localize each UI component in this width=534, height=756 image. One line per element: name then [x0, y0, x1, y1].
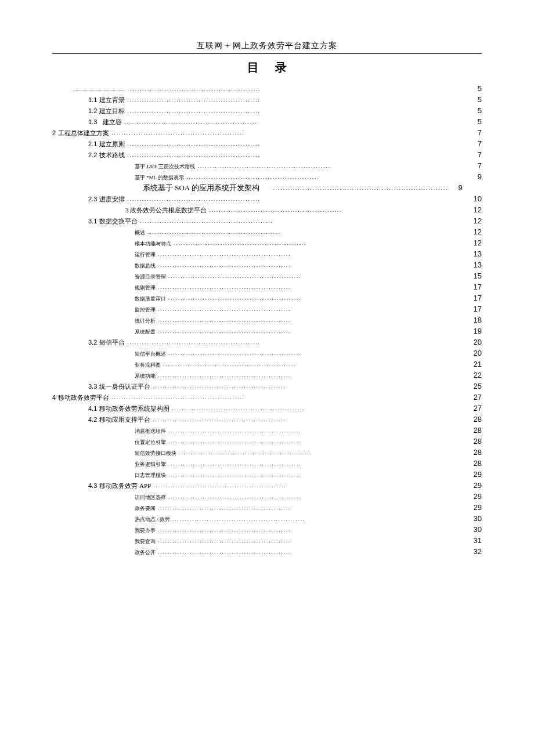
toc-entry-number: 4.2: [88, 416, 97, 423]
toc-entry-number: 3.2: [88, 339, 97, 346]
toc-row: 消息推送组件..................................…: [52, 426, 482, 434]
toc-leader-dots: ........................................…: [127, 142, 261, 147]
toc-entry-text: 政务公开: [135, 549, 156, 555]
toc-page-number: 5: [467, 107, 482, 114]
toc-row: 业务逻辑引擎..................................…: [52, 460, 482, 467]
toc-entry-label: 监控管理: [52, 308, 158, 313]
toc-row: 4.1移动政务效劳系统架构图..........................…: [52, 404, 482, 412]
toc-entry-text: 消息推送组件: [135, 428, 166, 434]
toc-row: 2工程总体建立方案...............................…: [52, 129, 482, 136]
toc-leader-dots: ........................................…: [158, 505, 291, 511]
toc-entry-label: 1.3建立容: [52, 119, 124, 125]
toc-leader-dots: ........................................…: [158, 527, 291, 533]
toc-leader-dots: ........................................…: [127, 340, 261, 345]
toc-page-number: 13: [467, 261, 482, 269]
toc-page-number: 29: [467, 504, 482, 511]
toc-entry-label: 基于 *ML 的数据表示: [52, 175, 186, 180]
toc-entry-number: 1.3: [88, 118, 97, 125]
toc-leader-dots: ........................................…: [168, 351, 302, 356]
toc-page-number: 12: [467, 228, 482, 236]
toc-entry-label: 规则管理: [52, 285, 158, 291]
toc-entry-text: 根本功能与特点: [135, 241, 171, 247]
toc-row: 基于 J2EE 三层次技术路线.........................…: [52, 162, 482, 169]
toc-entry-label: 热点动态 / 效劳: [52, 517, 172, 522]
toc-row: 数据总线....................................…: [52, 261, 482, 269]
toc-entry-label: 根本功能与特点: [52, 241, 174, 247]
toc-row: 1.2建立目标.................................…: [52, 107, 482, 114]
toc-entry-text: 日志管理模块: [135, 472, 166, 478]
toc-entry-text: 移动政务效劳系统架构图: [99, 405, 169, 412]
toc-page-number: 20: [467, 349, 482, 357]
toc-page-number: 5: [467, 85, 482, 92]
toc-entry-text: 3 政务效劳公共根底数据平台: [125, 207, 207, 214]
toc-row: 系统基于 SOA 的应用系统开发架构......................…: [52, 184, 482, 191]
toc-entry-label: 我要查询: [52, 539, 158, 544]
toc-entry-text: 位置定位引擎: [135, 439, 166, 445]
toc-row: 1.1建立背景.................................…: [52, 96, 482, 103]
toc-page-number: 7: [467, 151, 482, 158]
toc-row: 根本功能与特点.................................…: [52, 239, 482, 247]
toc-leader-dots: ........................................…: [168, 461, 302, 466]
toc-entry-label: 4.2移动应用支撑平台: [52, 417, 153, 423]
toc-entry-text: 移动政务效劳 APP: [99, 482, 151, 489]
toc-page-number: 28: [467, 415, 482, 423]
toc-leader-dots: ........................................…: [158, 307, 291, 312]
toc-leader-dots: ........................................…: [168, 472, 302, 478]
toc-entry-text: 移动政务效劳平台: [58, 394, 109, 401]
toc-leader-dots: ........................................…: [111, 131, 245, 136]
toc-row: 资源目录管理..................................…: [52, 272, 482, 280]
toc-entry-label: 短信平台概述: [52, 352, 168, 357]
toc-leader-dots: ........................................…: [168, 274, 302, 279]
toc-row: 业务流程图...................................…: [52, 360, 482, 368]
toc-entry-text: 进度安排: [99, 196, 125, 202]
toc-leader-dots: ........................................…: [158, 549, 291, 555]
toc-entry-label: 消息推送组件: [52, 429, 168, 434]
toc-entry-text: 移动应用支撑平台: [99, 416, 150, 423]
toc-leader-dots: ........................................…: [209, 208, 342, 213]
toc-entry-text: 数据质量审计: [135, 296, 166, 302]
toc-page-number: 27: [467, 404, 482, 412]
toc-entry-text: 业务流程图: [135, 362, 161, 368]
toc-entry-label: 1.1建立背景: [52, 97, 127, 103]
toc-entry-label: 4.1移动政务效劳系统架构图: [52, 406, 172, 412]
toc-entry-number: 2: [52, 129, 56, 136]
toc-entry-label: 3 政务效劳公共根底数据平台: [52, 207, 209, 214]
toc-leader-dots: ........................................…: [158, 373, 291, 378]
toc-entry-label: 2工程总体建立方案: [52, 130, 111, 136]
toc-entry-number: 4.1: [88, 405, 97, 412]
toc-entry-number: 3.3: [88, 383, 97, 390]
toc-entry-number: 4.3: [88, 482, 97, 489]
toc-entry-text: 短信效劳接口模块: [135, 450, 176, 456]
toc-entry-text: 统一身份认证平台: [99, 383, 150, 390]
toc-page-number: 17: [467, 305, 482, 313]
toc-page-number: 10: [467, 195, 482, 202]
toc-entry-label: 基于 J2EE 三层次技术路线: [52, 164, 198, 169]
toc-entry-text: 数据总线: [135, 263, 156, 269]
toc-entry-text: [73, 91, 125, 91]
toc-page-number: 25: [467, 382, 482, 390]
toc-page-number: 29: [467, 471, 482, 478]
toc-entry-text: 基于 *ML 的数据表示: [135, 175, 184, 180]
toc-entry-text: 政务要闻: [135, 505, 156, 511]
toc-leader-dots: ........................................…: [147, 230, 281, 235]
toc-leader-dots: ........................................…: [153, 417, 286, 422]
toc-page-number: 9: [448, 184, 463, 191]
toc-row: 3 政务效劳公共根底数据平台..........................…: [52, 206, 482, 214]
toc-row: 规则管理....................................…: [52, 283, 482, 291]
toc-page-number: 9: [467, 173, 482, 180]
toc-leader-dots: ........................................…: [153, 384, 286, 389]
toc-row: 短信平台概述..................................…: [52, 349, 482, 357]
toc-leader-dots: ........................................…: [158, 318, 291, 323]
toc-entry-text: 短信平台: [99, 339, 125, 346]
toc-page-number: 22: [467, 371, 482, 379]
toc-page-number: 17: [467, 294, 482, 302]
toc-entry-text: 数据交换平台: [99, 218, 138, 225]
toc-entry-label: 统计分析: [52, 319, 158, 324]
toc-leader-dots: ........................................…: [158, 538, 291, 544]
toc-leader-dots: ........................................…: [174, 241, 307, 246]
toc-row: 热点动态 / 效劳...............................…: [52, 515, 482, 522]
toc-page-number: 28: [467, 460, 482, 467]
toc-leader-dots: ........................................…: [124, 120, 258, 125]
toc-leader-dots: ........................................…: [273, 186, 448, 191]
toc-row: 统计分析....................................…: [52, 316, 482, 324]
